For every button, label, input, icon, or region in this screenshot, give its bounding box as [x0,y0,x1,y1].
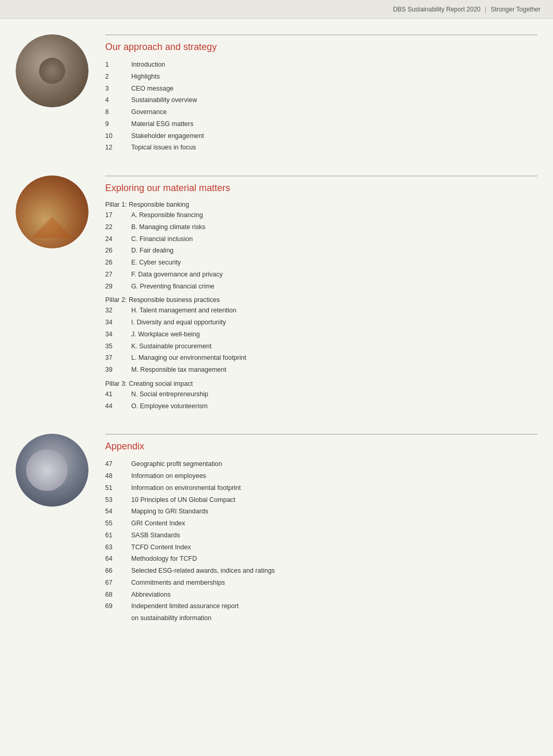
section-content-material: Exploring our material matters Pillar 1:… [105,175,537,413]
toc-label: Mapping to GRI Standards [131,507,537,516]
toc-label: A. Responsible financing [131,210,537,220]
toc-num: 1 [105,60,131,70]
toc-row: 17A. Responsible financing [105,210,537,220]
section-content-approach: Our approach and strategy 1Introduction2… [105,34,537,155]
toc-label: GRI Content Index [131,519,537,528]
toc-row: 32H. Talent management and retention [105,306,537,316]
toc-row: 48Information on employees [105,471,537,481]
toc-list-appendix: 47Geographic profit segmentation48Inform… [105,459,537,623]
toc-label: Methodology for TCFD [131,554,537,564]
toc-row: on sustainability information [105,613,537,623]
toc-list-approach: 1Introduction2Highlights3CEO message4Sus… [105,60,537,153]
toc-num: 8 [105,107,131,117]
toc-num: 47 [105,459,131,469]
toc-row: 26E. Cyber security [105,258,537,268]
toc-row: 2Highlights [105,72,537,82]
toc-num: 27 [105,270,131,280]
toc-num: 64 [105,554,131,564]
toc-num: 34 [105,318,131,327]
toc-label: Information on environmental footprint [131,483,537,493]
toc-label: N. Social entrepreneurship [131,389,537,399]
toc-row: 44O. Employee volunteerism [105,401,537,411]
toc-row: 35K. Sustainable procurement [105,342,537,351]
toc-label: H. Talent management and retention [131,306,537,316]
toc-num: 17 [105,210,131,220]
toc-label: M. Responsible tax management [131,365,537,375]
toc-num: 26 [105,246,131,256]
toc-num: 3 [105,84,131,94]
toc-list-pillar1: 17A. Responsible financing22B. Managing … [105,210,537,291]
toc-label: Geographic profit segmentation [131,459,537,469]
toc-num: 39 [105,365,131,375]
toc-num: 29 [105,282,131,292]
toc-row: 68Abbreviations [105,590,537,600]
toc-label: Highlights [131,72,537,82]
section-title-appendix: Appendix [105,441,537,452]
toc-num: 10 [105,131,131,141]
toc-row: 12Topical issues in focus [105,143,537,153]
toc-row: 26D. Fair dealing [105,246,537,256]
toc-label: Governance [131,107,537,117]
toc-label: D. Fair dealing [131,246,537,256]
toc-label: TCFD Content Index [131,543,537,552]
section-content-appendix: Appendix 47Geographic profit segmentatio… [105,434,537,625]
toc-row: 69Independent limited assurance report [105,601,537,611]
toc-num: 55 [105,519,131,528]
toc-label: L. Managing our environmental footprint [131,353,537,363]
toc-label: Abbreviations [131,590,537,600]
toc-row: 61SASB Standards [105,531,537,540]
toc-label: I. Diversity and equal opportunity [131,318,537,327]
toc-num: 34 [105,330,131,339]
toc-num: 51 [105,483,131,493]
toc-label: Introduction [131,60,537,70]
toc-num: 22 [105,222,131,232]
toc-num: 69 [105,601,131,611]
pillar3-header: Pillar 3: Creating social impact [105,380,537,387]
section-image-appendix [16,434,89,507]
toc-row: 39M. Responsible tax management [105,365,537,375]
report-subtitle: Stronger Together [491,6,541,13]
toc-label: CEO message [131,84,537,94]
pillar1-header: Pillar 1: Responsible banking [105,201,537,208]
toc-row: 37L. Managing our environmental footprin… [105,353,537,363]
toc-row: 41N. Social entrepreneurship [105,389,537,399]
toc-num: 44 [105,401,131,411]
toc-num: 4 [105,95,131,105]
toc-row: 22B. Managing climate risks [105,222,537,232]
toc-list-pillar3: 41N. Social entrepreneurship44O. Employe… [105,389,537,411]
toc-num: 32 [105,306,131,316]
toc-label: B. Managing climate risks [131,222,537,232]
section-title-approach: Our approach and strategy [105,42,537,53]
toc-label: Selected ESG-related awards, indices and… [131,566,537,576]
section-appendix: Appendix 47Geographic profit segmentatio… [0,434,553,625]
toc-num: 41 [105,389,131,399]
toc-row: 54Mapping to GRI Standards [105,507,537,516]
toc-num: 9 [105,119,131,129]
toc-row: 66Selected ESG-related awards, indices a… [105,566,537,576]
toc-row: 24C. Financial inclusion [105,234,537,244]
toc-num: 26 [105,258,131,268]
page-content: Our approach and strategy 1Introduction2… [0,19,553,667]
section-image-approach [16,34,89,107]
toc-label: Topical issues in focus [131,143,537,153]
toc-row: 10Stakeholder engagement [105,131,537,141]
toc-row: 55GRI Content Index [105,519,537,528]
toc-num: 67 [105,578,131,588]
toc-num: 12 [105,143,131,153]
toc-num: 68 [105,590,131,600]
toc-row: 67Commitments and memberships [105,578,537,588]
toc-label: Stakeholder engagement [131,131,537,141]
toc-num: 53 [105,495,131,505]
section-approach: Our approach and strategy 1Introduction2… [0,34,553,155]
toc-row: 9Material ESG matters [105,119,537,129]
toc-row: 5310 Principles of UN Global Compact [105,495,537,505]
toc-row: 1Introduction [105,60,537,70]
toc-row: 34I. Diversity and equal opportunity [105,318,537,327]
toc-row: 4Sustainability overview [105,95,537,105]
pillar2-header: Pillar 2: Responsible business practices [105,296,537,304]
toc-row: 64Methodology for TCFD [105,554,537,564]
toc-label: Sustainability overview [131,95,537,105]
toc-label: J. Workplace well-being [131,330,537,339]
toc-num [105,613,131,623]
toc-row: 63TCFD Content Index [105,543,537,552]
